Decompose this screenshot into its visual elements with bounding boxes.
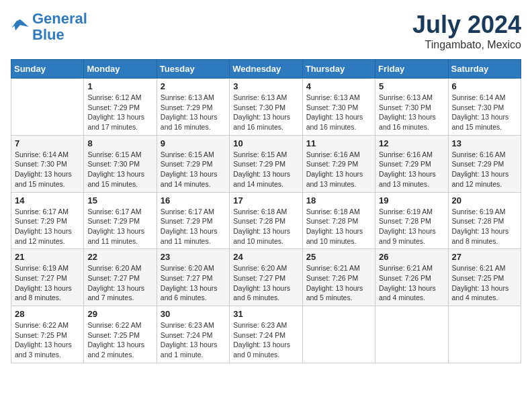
calendar-cell: 7Sunrise: 6:14 AMSunset: 7:30 PMDaylight…	[11, 135, 84, 192]
column-header-sunday: Sunday	[11, 60, 84, 79]
calendar-cell: 24Sunrise: 6:20 AMSunset: 7:27 PMDayligh…	[230, 249, 302, 306]
calendar-cell	[448, 306, 521, 363]
day-number: 9	[161, 138, 226, 148]
calendar-cell: 25Sunrise: 6:21 AMSunset: 7:26 PMDayligh…	[302, 249, 375, 306]
calendar-cell	[302, 306, 375, 363]
column-header-monday: Monday	[84, 60, 157, 79]
calendar-header-row: SundayMondayTuesdayWednesdayThursdayFrid…	[11, 60, 521, 79]
day-number: 27	[452, 252, 517, 262]
calendar-cell: 9Sunrise: 6:15 AMSunset: 7:29 PMDaylight…	[157, 135, 229, 192]
calendar-cell: 19Sunrise: 6:19 AMSunset: 7:28 PMDayligh…	[375, 192, 448, 249]
day-info: Sunrise: 6:23 AMSunset: 7:24 PMDaylight:…	[233, 320, 298, 360]
column-header-wednesday: Wednesday	[230, 60, 302, 79]
day-number: 24	[233, 252, 298, 262]
day-info: Sunrise: 6:16 AMSunset: 7:29 PMDaylight:…	[452, 150, 517, 189]
day-number: 15	[87, 195, 152, 205]
day-number: 30	[161, 309, 226, 319]
logo-icon	[11, 17, 30, 36]
day-number: 4	[306, 81, 371, 91]
day-number: 25	[306, 252, 371, 262]
day-number: 28	[15, 309, 80, 319]
calendar-cell: 11Sunrise: 6:16 AMSunset: 7:29 PMDayligh…	[302, 135, 375, 192]
calendar-cell: 29Sunrise: 6:22 AMSunset: 7:25 PMDayligh…	[84, 306, 157, 363]
day-info: Sunrise: 6:13 AMSunset: 7:30 PMDaylight:…	[306, 93, 371, 132]
page-header: General Blue July 2024 Tingambato, Mexic…	[11, 11, 521, 51]
day-info: Sunrise: 6:18 AMSunset: 7:28 PMDaylight:…	[233, 207, 298, 246]
column-header-tuesday: Tuesday	[157, 60, 229, 79]
calendar-table: SundayMondayTuesdayWednesdayThursdayFrid…	[11, 59, 521, 363]
day-info: Sunrise: 6:16 AMSunset: 7:29 PMDaylight:…	[306, 150, 371, 189]
calendar-cell: 16Sunrise: 6:17 AMSunset: 7:29 PMDayligh…	[157, 192, 229, 249]
calendar-cell: 1Sunrise: 6:12 AMSunset: 7:29 PMDaylight…	[84, 79, 157, 136]
day-info: Sunrise: 6:18 AMSunset: 7:28 PMDaylight:…	[306, 207, 371, 246]
calendar-cell: 23Sunrise: 6:20 AMSunset: 7:27 PMDayligh…	[157, 249, 229, 306]
calendar-cell: 5Sunrise: 6:13 AMSunset: 7:30 PMDaylight…	[375, 79, 448, 136]
day-number: 13	[452, 138, 517, 148]
day-info: Sunrise: 6:15 AMSunset: 7:30 PMDaylight:…	[87, 150, 152, 189]
title-block: July 2024 Tingambato, Mexico	[412, 11, 521, 51]
day-info: Sunrise: 6:16 AMSunset: 7:29 PMDaylight:…	[379, 150, 444, 189]
calendar-cell: 28Sunrise: 6:22 AMSunset: 7:25 PMDayligh…	[11, 306, 84, 363]
day-info: Sunrise: 6:21 AMSunset: 7:26 PMDaylight:…	[379, 263, 444, 303]
calendar-week-1: 1Sunrise: 6:12 AMSunset: 7:29 PMDaylight…	[11, 79, 521, 136]
location-title: Tingambato, Mexico	[412, 39, 521, 51]
day-number: 7	[15, 138, 80, 148]
logo: General Blue	[11, 11, 87, 43]
day-number: 20	[452, 195, 517, 205]
logo-text: General Blue	[32, 11, 87, 43]
day-number: 12	[379, 138, 444, 148]
calendar-cell: 22Sunrise: 6:20 AMSunset: 7:27 PMDayligh…	[84, 249, 157, 306]
calendar-cell	[11, 79, 84, 136]
day-info: Sunrise: 6:23 AMSunset: 7:24 PMDaylight:…	[161, 320, 226, 360]
day-number: 1	[87, 81, 152, 91]
day-number: 10	[233, 138, 298, 148]
calendar-cell	[375, 306, 448, 363]
day-info: Sunrise: 6:20 AMSunset: 7:27 PMDaylight:…	[87, 263, 152, 303]
calendar-week-2: 7Sunrise: 6:14 AMSunset: 7:30 PMDaylight…	[11, 135, 521, 192]
day-info: Sunrise: 6:13 AMSunset: 7:30 PMDaylight:…	[379, 93, 444, 132]
calendar-cell: 18Sunrise: 6:18 AMSunset: 7:28 PMDayligh…	[302, 192, 375, 249]
calendar-cell: 12Sunrise: 6:16 AMSunset: 7:29 PMDayligh…	[375, 135, 448, 192]
day-info: Sunrise: 6:21 AMSunset: 7:26 PMDaylight:…	[306, 263, 371, 303]
day-info: Sunrise: 6:14 AMSunset: 7:30 PMDaylight:…	[452, 93, 517, 132]
day-info: Sunrise: 6:22 AMSunset: 7:25 PMDaylight:…	[87, 320, 152, 360]
column-header-friday: Friday	[375, 60, 448, 79]
day-info: Sunrise: 6:20 AMSunset: 7:27 PMDaylight:…	[161, 263, 226, 303]
day-info: Sunrise: 6:19 AMSunset: 7:27 PMDaylight:…	[15, 263, 80, 303]
month-title: July 2024	[412, 11, 521, 39]
calendar-cell: 8Sunrise: 6:15 AMSunset: 7:30 PMDaylight…	[84, 135, 157, 192]
calendar-cell: 3Sunrise: 6:13 AMSunset: 7:30 PMDaylight…	[230, 79, 302, 136]
calendar-cell: 10Sunrise: 6:15 AMSunset: 7:29 PMDayligh…	[230, 135, 302, 192]
day-number: 3	[233, 81, 298, 91]
day-info: Sunrise: 6:13 AMSunset: 7:30 PMDaylight:…	[233, 93, 298, 132]
calendar-cell: 4Sunrise: 6:13 AMSunset: 7:30 PMDaylight…	[302, 79, 375, 136]
day-number: 18	[306, 195, 371, 205]
day-info: Sunrise: 6:15 AMSunset: 7:29 PMDaylight:…	[233, 150, 298, 189]
day-info: Sunrise: 6:21 AMSunset: 7:25 PMDaylight:…	[452, 263, 517, 303]
day-number: 16	[161, 195, 226, 205]
svg-marker-0	[11, 19, 28, 31]
day-info: Sunrise: 6:20 AMSunset: 7:27 PMDaylight:…	[233, 263, 298, 303]
day-number: 21	[15, 252, 80, 262]
day-number: 23	[161, 252, 226, 262]
calendar-week-5: 28Sunrise: 6:22 AMSunset: 7:25 PMDayligh…	[11, 306, 521, 363]
calendar-cell: 17Sunrise: 6:18 AMSunset: 7:28 PMDayligh…	[230, 192, 302, 249]
calendar-week-4: 21Sunrise: 6:19 AMSunset: 7:27 PMDayligh…	[11, 249, 521, 306]
calendar-week-3: 14Sunrise: 6:17 AMSunset: 7:29 PMDayligh…	[11, 192, 521, 249]
day-info: Sunrise: 6:12 AMSunset: 7:29 PMDaylight:…	[87, 93, 152, 132]
day-number: 11	[306, 138, 371, 148]
day-info: Sunrise: 6:17 AMSunset: 7:29 PMDaylight:…	[161, 207, 226, 246]
day-info: Sunrise: 6:14 AMSunset: 7:30 PMDaylight:…	[15, 150, 80, 189]
day-number: 14	[15, 195, 80, 205]
day-info: Sunrise: 6:17 AMSunset: 7:29 PMDaylight:…	[87, 207, 152, 246]
calendar-cell: 6Sunrise: 6:14 AMSunset: 7:30 PMDaylight…	[448, 79, 521, 136]
day-info: Sunrise: 6:15 AMSunset: 7:29 PMDaylight:…	[161, 150, 226, 189]
calendar-cell: 26Sunrise: 6:21 AMSunset: 7:26 PMDayligh…	[375, 249, 448, 306]
calendar-cell: 13Sunrise: 6:16 AMSunset: 7:29 PMDayligh…	[448, 135, 521, 192]
day-number: 2	[161, 81, 226, 91]
day-info: Sunrise: 6:19 AMSunset: 7:28 PMDaylight:…	[379, 207, 444, 246]
day-number: 29	[87, 309, 152, 319]
calendar-cell: 30Sunrise: 6:23 AMSunset: 7:24 PMDayligh…	[157, 306, 229, 363]
day-number: 26	[379, 252, 444, 262]
day-number: 5	[379, 81, 444, 91]
